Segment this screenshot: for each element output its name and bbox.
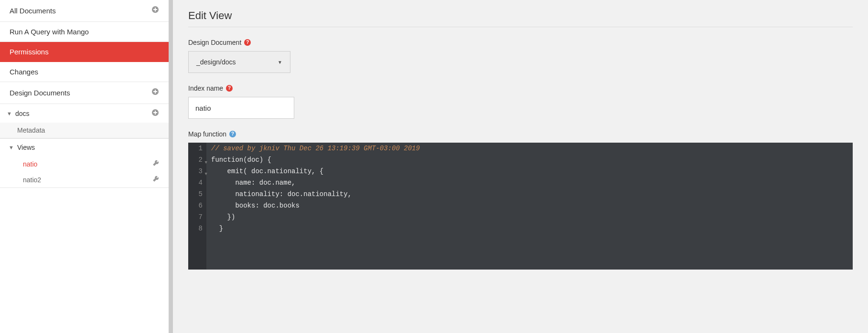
sidebar-tree-docs: ▼ docs Metadata ▼ Views natio natio2	[0, 104, 169, 188]
divider	[188, 27, 853, 27]
help-icon[interactable]: ?	[229, 131, 236, 137]
caret-down-icon: ▼	[7, 111, 11, 116]
sidebar-item-label: natio	[23, 160, 37, 168]
design-document-dropdown[interactable]: _design/docs ▼	[188, 51, 290, 73]
map-function-label: Map function ?	[188, 130, 853, 138]
plus-icon[interactable]	[151, 88, 159, 98]
plus-icon[interactable]	[151, 109, 159, 118]
plus-icon[interactable]	[151, 6, 159, 16]
sidebar-item-label: Permissions	[10, 48, 49, 56]
dropdown-value: _design/docs	[196, 58, 236, 66]
sidebar-item-mango[interactable]: Run A Query with Mango	[0, 22, 169, 42]
sidebar-item-label: Design Documents	[10, 89, 70, 97]
sidebar: All Documents Run A Query with Mango Per…	[0, 0, 169, 333]
sidebar-item-permissions[interactable]: Permissions	[0, 42, 169, 62]
index-name-label: Index name ?	[188, 84, 853, 92]
wrench-icon[interactable]	[152, 176, 159, 184]
editor-body[interactable]: // saved by jkniv Thu Dec 26 13:19:39 GM…	[206, 143, 853, 270]
main-content: Edit View Design Document ? _design/docs…	[169, 0, 868, 333]
sidebar-item-label: natio2	[23, 176, 41, 184]
wrench-icon[interactable]	[152, 160, 159, 168]
sidebar-tree-docs-header[interactable]: ▼ docs	[0, 104, 169, 123]
sidebar-item-design-documents[interactable]: Design Documents	[0, 82, 169, 104]
sidebar-item-metadata[interactable]: Metadata	[0, 123, 169, 138]
sidebar-tree-views-header[interactable]: ▼ Views	[0, 138, 169, 156]
help-icon[interactable]: ?	[226, 85, 233, 92]
sidebar-item-all-documents[interactable]: All Documents	[0, 0, 169, 22]
sidebar-item-changes[interactable]: Changes	[0, 62, 169, 82]
sidebar-item-label: docs	[15, 110, 151, 117]
help-icon[interactable]: ?	[244, 39, 251, 46]
map-function-editor[interactable]: 1 2▼ 3▼ 4 5 6 7 8 // saved by jkniv Thu …	[188, 143, 853, 270]
sidebar-item-label: Changes	[10, 68, 38, 76]
caret-down-icon: ▼	[9, 145, 13, 150]
design-document-label: Design Document ?	[188, 39, 853, 46]
caret-down-icon: ▼	[278, 60, 282, 65]
sidebar-item-label: All Documents	[10, 7, 56, 15]
sidebar-view-item[interactable]: natio2	[0, 172, 169, 187]
sidebar-view-item[interactable]: natio	[0, 156, 169, 172]
sidebar-item-label: Views	[17, 144, 159, 151]
sidebar-item-label: Metadata	[17, 126, 45, 134]
sidebar-item-label: Run A Query with Mango	[10, 28, 89, 36]
page-title: Edit View	[188, 10, 853, 22]
index-name-input[interactable]	[188, 97, 294, 119]
editor-gutter: 1 2▼ 3▼ 4 5 6 7 8	[188, 143, 206, 270]
